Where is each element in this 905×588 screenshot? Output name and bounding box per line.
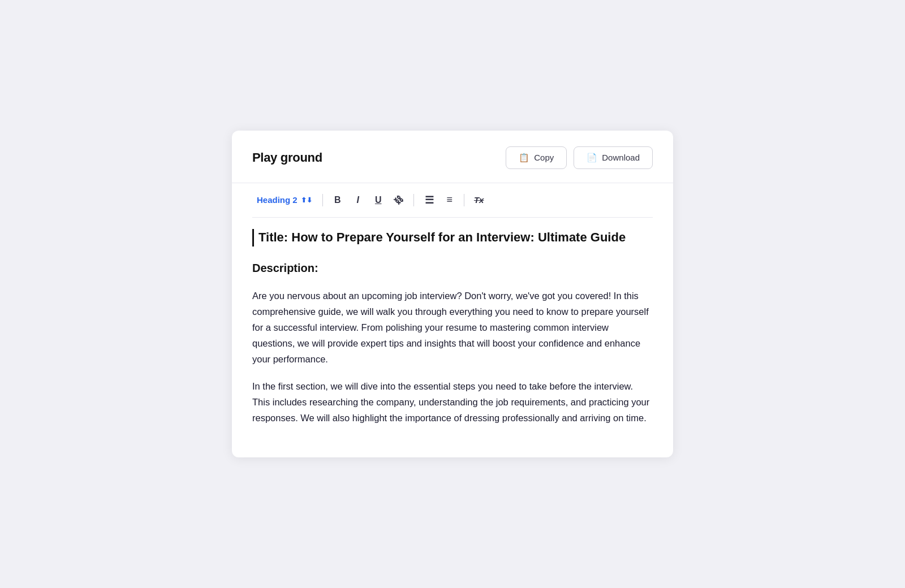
content-area[interactable]: Title: How to Prepare Yourself for an In…	[252, 229, 653, 426]
main-container: Play ground 📋 Copy 📄 Download Heading 2 …	[232, 131, 673, 457]
toolbar-divider-1	[322, 194, 323, 206]
download-icon: 📄	[587, 153, 597, 163]
header: Play ground 📋 Copy 📄 Download	[232, 131, 673, 183]
bold-icon: B	[334, 195, 341, 205]
editor-wrapper: Heading 2 ⬆⬇ B I U ⛓ ☰ ≡	[232, 183, 673, 457]
download-label: Download	[602, 153, 640, 162]
content-paragraph-2: In the first section, we will dive into …	[252, 378, 653, 426]
italic-icon: I	[356, 195, 359, 205]
ordered-list-button[interactable]: ☰	[420, 191, 438, 209]
bold-button[interactable]: B	[329, 191, 347, 209]
unordered-list-button[interactable]: ≡	[440, 191, 458, 209]
toolbar: Heading 2 ⬆⬇ B I U ⛓ ☰ ≡	[252, 183, 653, 218]
content-subtitle: Description:	[252, 259, 653, 278]
toolbar-divider-3	[464, 194, 464, 206]
copy-button[interactable]: 📋 Copy	[506, 146, 567, 169]
unordered-list-icon: ≡	[446, 194, 451, 206]
copy-label: Copy	[534, 153, 554, 162]
app-title: Play ground	[252, 150, 322, 165]
content-title: Title: How to Prepare Yourself for an In…	[252, 229, 653, 247]
heading-select-label: Heading 2	[257, 195, 298, 205]
link-button[interactable]: ⛓	[390, 191, 408, 209]
copy-icon: 📋	[519, 153, 529, 163]
clear-format-button[interactable]: Tx	[470, 191, 488, 209]
clear-format-icon: Tx	[474, 195, 484, 205]
download-button[interactable]: 📄 Download	[574, 146, 653, 169]
ordered-list-icon: ☰	[425, 194, 433, 206]
header-actions: 📋 Copy 📄 Download	[506, 146, 653, 169]
underline-button[interactable]: U	[369, 191, 387, 209]
chevron-icon: ⬆⬇	[301, 196, 312, 204]
underline-icon: U	[375, 195, 382, 205]
toolbar-divider-2	[413, 194, 414, 206]
link-icon: ⛓	[392, 194, 405, 207]
content-paragraph-1: Are you nervous about an upcoming job in…	[252, 288, 653, 367]
heading-select[interactable]: Heading 2 ⬆⬇	[252, 192, 317, 207]
italic-button[interactable]: I	[349, 191, 367, 209]
